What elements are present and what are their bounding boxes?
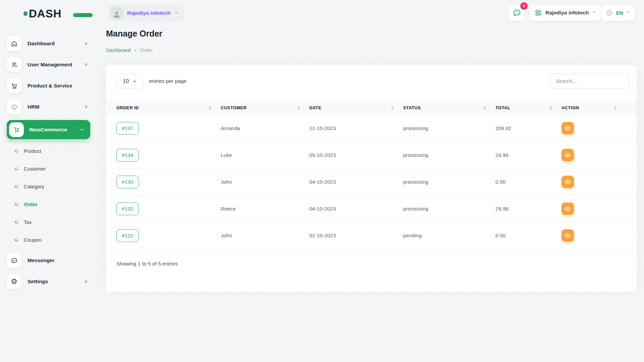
chevron-down-icon [174, 10, 179, 16]
sidebar-item-hrm[interactable]: HRM [7, 99, 101, 115]
globe-icon [605, 9, 613, 17]
sidebar-subitem-product[interactable]: Product [7, 146, 101, 156]
sidebar-subitem-order[interactable]: Order [7, 199, 101, 209]
view-order-button[interactable] [561, 122, 574, 134]
orders-table: ORDER ID CUSTOMER DATE STATUS TOTAL [106, 101, 637, 267]
customer-cell: John [221, 233, 309, 239]
total-cell: 24.98 [495, 152, 561, 158]
column-header-total[interactable]: TOTAL [495, 105, 561, 110]
order-id-badge[interactable]: #132 [116, 202, 139, 215]
breadcrumb-separator-icon: › [134, 47, 136, 53]
sidebar-subitem-tax[interactable]: Tax [7, 217, 101, 227]
column-header-date[interactable]: DATE [309, 105, 403, 110]
sidebar-item-woocommerce[interactable]: WooCommerce [7, 120, 90, 139]
order-id-badge[interactable]: #134 [116, 149, 139, 162]
status-cell: processing [403, 206, 495, 212]
entries-per-page-select[interactable]: 10 [116, 74, 143, 88]
status-cell: pending [403, 233, 495, 239]
sidebar-subitem-category[interactable]: Category [7, 181, 101, 191]
total-cell: 0.00 [495, 179, 561, 185]
table-row: #132 Reece 04-10-2023 processing 29.98 [106, 195, 637, 222]
table-entries-summary: Showing 1 to 5 of 5 entries [116, 261, 637, 267]
company-dropdown[interactable]: Rajodiya infotech [530, 5, 601, 21]
status-cell: processing [403, 179, 495, 185]
chevron-down-icon [592, 10, 596, 16]
date-cell: 02-10-2023 [309, 233, 403, 239]
bullet-icon [14, 184, 19, 189]
order-id-badge[interactable]: #137 [116, 122, 139, 135]
chevron-right-icon [84, 279, 89, 284]
messenger-icon [7, 253, 21, 268]
table-row: #134 Luke 05-10-2023 processing 24.98 [106, 142, 637, 169]
eye-icon [565, 152, 571, 158]
cart-icon [9, 122, 24, 137]
workspace-user-dropdown[interactable]: Rajodiya infotech [108, 5, 184, 21]
order-id-badge[interactable]: #133 [116, 176, 139, 188]
status-cell: processing [403, 152, 495, 158]
sidebar-item-user-management[interactable]: User Management [7, 57, 101, 73]
date-cell: 04-10-2023 [309, 179, 403, 185]
breadcrumb-current: Order [140, 47, 153, 53]
column-header-action[interactable]: ACTION [561, 105, 626, 110]
cart-icon [7, 78, 21, 93]
sort-icon[interactable] [391, 106, 394, 110]
entries-per-page-label: entries per page [149, 74, 186, 88]
sort-icon[interactable] [614, 106, 617, 110]
total-cell: 29.98 [495, 206, 561, 212]
gear-icon: ⚙ [7, 274, 21, 289]
view-order-button[interactable] [561, 176, 574, 188]
sort-icon[interactable] [483, 106, 486, 110]
sidebar-item-product-service[interactable]: Product & Service [7, 78, 101, 94]
total-cell: 0.00 [495, 233, 561, 239]
date-cell: 12-10-2023 [309, 125, 403, 131]
sidebar-subitem-customer[interactable]: Customer [7, 164, 101, 174]
table-header-row: ORDER ID CUSTOMER DATE STATUS TOTAL [106, 101, 637, 115]
sidebar-item-messenger[interactable]: Messenger [7, 252, 101, 268]
breadcrumb-dashboard-link[interactable]: Dashboard [106, 47, 130, 53]
sort-icon[interactable] [549, 106, 552, 110]
app-root: DASH Rajodiya infotech 0 Rajodiya infote… [0, 0, 644, 362]
chevron-right-icon [84, 105, 89, 109]
sidebar-item-dashboard[interactable]: Dashboard [7, 36, 101, 52]
date-cell: 05-10-2023 [309, 152, 403, 158]
orders-card: 10 entries per page ORDER ID CUSTOMER DA… [106, 65, 637, 292]
column-header-order-id[interactable]: ORDER ID [116, 105, 221, 110]
hrm-icon [7, 100, 21, 114]
bullet-icon [14, 202, 19, 206]
search-input[interactable] [550, 74, 629, 88]
status-cell: processing [403, 125, 495, 131]
sidebar-subitem-coupon[interactable]: Coupon [7, 235, 101, 245]
table-row: #137 Amanda 12-10-2023 processing 339.82 [106, 115, 637, 142]
chevron-down-icon [626, 10, 631, 16]
sort-icon[interactable] [297, 106, 300, 110]
app-logo[interactable]: DASH [23, 8, 62, 19]
language-dropdown[interactable]: EN [601, 5, 635, 21]
date-cell: 04-10-2023 [309, 206, 403, 212]
users-icon [7, 57, 21, 72]
order-id-badge[interactable]: #122 [116, 229, 139, 242]
sort-icon[interactable] [209, 106, 211, 110]
page-title: Manage Order [106, 29, 162, 39]
column-header-customer[interactable]: CUSTOMER [221, 105, 309, 110]
view-order-button[interactable] [561, 202, 574, 215]
chevron-right-icon [84, 41, 89, 46]
home-icon [7, 36, 21, 51]
logo-dash-icon [73, 13, 93, 17]
chevron-down-icon [79, 127, 84, 132]
avatar [110, 7, 123, 19]
logo-text: DASH [29, 8, 62, 19]
eye-icon [565, 125, 571, 131]
eye-icon [565, 232, 571, 239]
breadcrumb: Dashboard › Order [106, 47, 153, 53]
language-code: EN [616, 10, 623, 16]
sidebar: Dashboard User Management Product & Serv… [0, 36, 101, 295]
view-order-button[interactable] [561, 229, 574, 242]
org-grid-plus-icon [535, 9, 542, 16]
chevron-down-icon [132, 79, 137, 83]
view-order-button[interactable] [561, 149, 574, 161]
messages-button[interactable]: 0 [508, 5, 525, 21]
company-name: Rajodiya infotech [545, 10, 589, 16]
sidebar-item-settings[interactable]: ⚙ Settings [7, 274, 101, 290]
eye-icon [565, 205, 571, 212]
column-header-status[interactable]: STATUS [403, 105, 495, 110]
